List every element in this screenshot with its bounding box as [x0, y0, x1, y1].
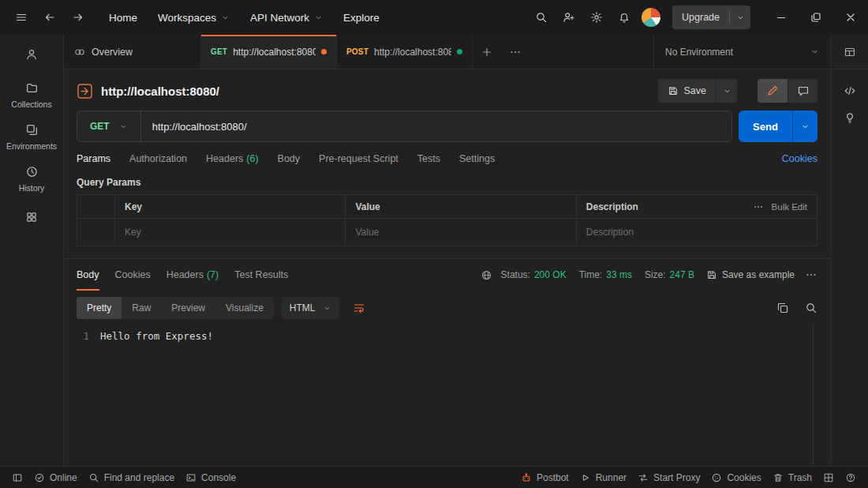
close-icon[interactable] — [844, 11, 857, 24]
response-body-editor[interactable]: 1 Hello from Express! — [64, 324, 830, 466]
bulk-edit-button[interactable]: Bulk Edit — [772, 202, 807, 212]
column-options-more-icon[interactable] — [753, 201, 764, 212]
environment-selector[interactable]: No Environment — [653, 35, 830, 69]
settings-gear-icon[interactable] — [586, 7, 607, 28]
tab-options-more-icon[interactable] — [501, 35, 529, 69]
postbot-button[interactable]: Postbot — [515, 472, 574, 483]
status-bar-right: Postbot Runner Start Proxy Cookies Trash — [515, 472, 862, 483]
key-input[interactable] — [125, 227, 335, 238]
nav-home-label: Home — [109, 12, 137, 24]
tab-params[interactable]: Params — [77, 153, 110, 164]
status-value: 200 OK — [534, 269, 567, 280]
send-chevron-icon[interactable] — [793, 111, 817, 142]
wrap-line-icon[interactable] — [347, 297, 371, 319]
response-body-text: Hello from Express! — [100, 330, 213, 466]
invite-user-icon[interactable] — [559, 7, 579, 28]
response-headers-count-badge: (7) — [207, 269, 219, 280]
upgrade-label[interactable]: Upgrade — [672, 6, 729, 29]
format-dropdown[interactable]: HTML — [282, 297, 339, 319]
minimize-icon[interactable] — [775, 11, 788, 24]
edit-pencil-icon[interactable] — [758, 79, 788, 103]
tab-authorization[interactable]: Authorization — [129, 153, 187, 164]
nav-workspaces[interactable]: Workspaces — [158, 12, 230, 24]
send-button[interactable]: Send — [739, 111, 792, 142]
postman-app: Home Workspaces API Network Explore Upgr… — [0, 0, 868, 488]
runner-button[interactable]: Runner — [574, 472, 632, 483]
tab-tests[interactable]: Tests — [417, 153, 440, 164]
split-panes-icon[interactable] — [817, 472, 840, 483]
nav-home[interactable]: Home — [109, 12, 137, 24]
response-tab-headers[interactable]: Headers (7) — [166, 259, 219, 291]
search-icon[interactable] — [531, 7, 552, 28]
trash-button[interactable]: Trash — [767, 472, 817, 483]
response-tab-body[interactable]: Body — [77, 259, 99, 291]
start-proxy-button[interactable]: Start Proxy — [632, 472, 705, 483]
window-controls — [775, 11, 857, 24]
upgrade-chevron-icon[interactable] — [730, 6, 750, 29]
response-tabs: Body Cookies Headers (7) Test Results St… — [64, 259, 830, 291]
comment-icon[interactable] — [788, 79, 817, 103]
tab-request-post[interactable]: POST http://localhost:8080, — [337, 35, 473, 69]
hamburger-menu-icon[interactable] — [11, 7, 32, 28]
method-dropdown[interactable]: GET — [77, 111, 140, 141]
tab-strip: Overview GET http://localhost:8080/ POST… — [64, 35, 830, 69]
tab-settings[interactable]: Settings — [459, 153, 495, 164]
tab-url-label: http://localhost:8080, — [374, 47, 451, 58]
tab-method-label: GET — [211, 47, 227, 56]
save-as-example-button[interactable]: Save as example — [706, 269, 795, 280]
response-scrollbar[interactable] — [813, 324, 814, 464]
view-preview[interactable]: Preview — [161, 297, 215, 319]
query-params-title: Query Params — [64, 164, 830, 194]
description-input[interactable] — [586, 227, 807, 238]
lightbulb-icon[interactable] — [831, 104, 868, 131]
tab-pre-request-script[interactable]: Pre-request Script — [319, 153, 398, 164]
forward-icon[interactable] — [68, 7, 88, 28]
avatar[interactable] — [642, 8, 660, 27]
copy-icon[interactable] — [776, 302, 789, 314]
tab-headers[interactable]: Headers (6) — [206, 153, 259, 164]
url-input[interactable] — [141, 121, 731, 133]
tab-request-get[interactable]: GET http://localhost:8080/ — [201, 35, 337, 69]
sidebar-item-environments[interactable]: Environments — [0, 116, 63, 158]
sidebar-item-history[interactable]: History — [0, 158, 63, 200]
nav-api-network[interactable]: API Network — [250, 12, 323, 24]
profile-icon[interactable] — [20, 43, 43, 66]
view-pretty[interactable]: Pretty — [77, 297, 122, 319]
response-options-more-icon[interactable] — [805, 268, 817, 281]
time-label: Time: — [579, 269, 603, 280]
find-and-replace-button[interactable]: Find and replace — [83, 467, 180, 488]
table-row — [77, 219, 817, 246]
value-input[interactable] — [355, 227, 566, 238]
toggle-sidebar-icon[interactable] — [6, 467, 28, 488]
code-snippet-icon[interactable] — [831, 77, 868, 104]
maximize-icon[interactable] — [810, 11, 822, 24]
help-icon[interactable] — [840, 472, 862, 483]
back-icon[interactable] — [39, 7, 60, 28]
response-tab-cookies[interactable]: Cookies — [115, 259, 151, 291]
save-chevron-icon[interactable] — [716, 79, 737, 103]
search-response-icon[interactable] — [805, 302, 817, 314]
save-button[interactable]: Save — [658, 79, 716, 103]
sidebar-item-collections[interactable]: Collections — [0, 74, 63, 116]
check-circle-icon — [34, 472, 45, 483]
cookie-icon — [711, 472, 722, 483]
tab-overview[interactable]: Overview — [64, 35, 201, 69]
status-bar: Online Find and replace Console Postbot … — [0, 466, 868, 488]
row-checkbox-cell[interactable] — [77, 219, 115, 246]
view-visualize[interactable]: Visualize — [215, 297, 274, 319]
notifications-bell-icon[interactable] — [614, 7, 634, 28]
add-tab-icon[interactable] — [473, 35, 501, 69]
cookies-button[interactable]: Cookies — [705, 472, 766, 483]
environment-quick-look-icon[interactable] — [831, 35, 868, 69]
online-status[interactable]: Online — [28, 467, 83, 488]
cookies-link[interactable]: Cookies — [782, 153, 817, 164]
console-button[interactable]: Console — [180, 467, 241, 488]
response-tab-test-results[interactable]: Test Results — [234, 259, 288, 291]
environment-selector-label: No Environment — [665, 47, 804, 58]
view-raw[interactable]: Raw — [122, 297, 161, 319]
request-title: http://localhost:8080/ — [101, 84, 219, 98]
nav-explore[interactable]: Explore — [343, 12, 380, 24]
globe-icon[interactable] — [481, 269, 492, 281]
more-tools-grid-icon[interactable] — [25, 211, 38, 223]
tab-body[interactable]: Body — [278, 153, 301, 164]
